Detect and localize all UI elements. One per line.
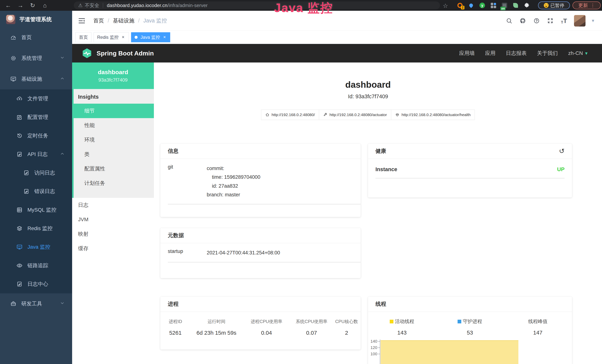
tab-home[interactable]: 首页 [75, 32, 91, 42]
sba-language-select[interactable]: zh-CN ▾ [568, 50, 588, 56]
sba-nav-wallboard[interactable]: 应用墙 [459, 50, 475, 57]
tab-redis-monitor[interactable]: Redis 监控 × [94, 32, 129, 42]
sidebar-item-dev-tools[interactable]: 研发工具 [0, 293, 72, 314]
breadcrumb-home[interactable]: 首页 [93, 17, 104, 24]
close-icon[interactable]: × [162, 35, 167, 40]
health-instance-row[interactable]: Instance UP [376, 166, 565, 178]
actuator-url-button[interactable]: http://192.168.0.2:48080/actuator [319, 110, 391, 120]
sidebar-item-label: 基础设施 [21, 75, 42, 83]
sba-item-classes[interactable]: 类 [74, 147, 154, 161]
font-size-icon[interactable]: TT [560, 17, 568, 24]
sba-language-value: zh-CN [568, 50, 583, 56]
cell-value: 2 [333, 330, 361, 336]
browser-reload-icon[interactable]: ↻ [29, 1, 37, 10]
sba-nav-applications[interactable]: 应用 [485, 50, 495, 57]
sba-item-caches[interactable]: 缓存 [72, 241, 154, 256]
browser-forward-icon[interactable]: → [16, 1, 24, 10]
row-divider [168, 204, 361, 204]
address-bar[interactable]: ⚠ 不安全 dashboard.yudao.iocoder.cn/infra/a… [74, 1, 440, 9]
hamburger-icon[interactable] [78, 17, 86, 24]
extensions-puzzle-icon[interactable] [524, 2, 530, 8]
breadcrumb-current: Java 监控 [143, 17, 167, 24]
tags-view-bar: 首页 Redis 监控 × Java 监控 × [72, 31, 602, 44]
sidebar-item-log-center[interactable]: 日志中心 [0, 275, 72, 293]
ext-pin-icon[interactable] [468, 2, 474, 8]
process-col-sys-cpu: 系统CPU使用率 0.07 [290, 319, 333, 336]
sba-item-label: 性能 [84, 122, 95, 129]
sba-item-scheduled-tasks[interactable]: 计划任务 [74, 176, 154, 191]
browser-update-button[interactable]: 更新 ⋮ [572, 1, 601, 9]
sidebar-item-infrastructure[interactable]: 基础设施 [0, 69, 72, 89]
sba-item-environment[interactable]: 环境 [74, 133, 154, 147]
github-icon[interactable] [519, 17, 527, 24]
sidebar-item-api-logs[interactable]: API 日志 [0, 145, 72, 163]
sba-item-logs[interactable]: 日志 [72, 198, 154, 212]
ext-green-circle-icon[interactable]: y [479, 2, 485, 8]
breadcrumb-infrastructure[interactable]: 基础设施 [113, 17, 134, 24]
browser-menu-icon[interactable]: ⋮ [591, 3, 595, 8]
sba-brand-title[interactable]: Spring Boot Admin [97, 50, 154, 57]
sidebar-item-java-monitor[interactable]: Java 监控 [0, 238, 72, 256]
instance-name: dashboard [98, 69, 128, 76]
app-logo-row[interactable]: 芋道管理系统 [0, 11, 72, 27]
insights-section-title: Insights [74, 89, 154, 104]
sba-nav-journal[interactable]: 日志报表 [506, 50, 527, 57]
info-row-value: commit: time: 1596289704000 id: 27aa832 … [207, 164, 260, 199]
search-icon[interactable] [505, 17, 513, 24]
url-path: /infra/admin-server [167, 3, 208, 8]
fullscreen-icon[interactable] [547, 17, 554, 24]
service-url: http://192.168.0.2:48080/ [272, 113, 315, 117]
sba-item-config-props[interactable]: 配置属性 [74, 161, 154, 176]
profile-paused-pill[interactable]: 已暂停 [538, 1, 570, 9]
spring-boot-admin-logo [81, 48, 93, 59]
sidebar-item-home[interactable]: 首页 [0, 27, 72, 48]
column-header: 运行时间 [190, 319, 243, 324]
sidebar-item-trace[interactable]: 链路追踪 [0, 256, 72, 275]
sba-item-jvm[interactable]: JVM [72, 212, 154, 227]
sba-item-label: 环境 [84, 136, 95, 143]
sidebar-item-redis-monitor[interactable]: Redis 监控 [0, 219, 72, 238]
y-tick: 140 [370, 339, 377, 344]
avatar-caret-icon[interactable]: ▾ [592, 18, 594, 23]
sba-nav: 应用墙 应用 日志报表 关于我们 zh-CN ▾ [459, 50, 602, 57]
gear-icon [10, 55, 17, 61]
ext-dark-on-icon[interactable]: on [502, 2, 507, 8]
sba-item-label: 日志 [78, 202, 88, 209]
sidebar-item-mysql-monitor[interactable]: MySQL 监控 [0, 201, 72, 219]
sidebar-item-file-management[interactable]: 文件管理 [0, 89, 72, 108]
process-card-title: 进程 [168, 300, 179, 308]
health-row-label: Instance [376, 166, 397, 172]
instance-header[interactable]: dashboard 93a3fc7f7409 [72, 63, 154, 89]
user-avatar[interactable] [574, 15, 585, 27]
sba-nav-about[interactable]: 关于我们 [537, 50, 558, 57]
sba-item-mappings[interactable]: 映射 [72, 227, 154, 241]
tab-java-monitor[interactable]: Java 监控 × [131, 32, 170, 42]
sidebar-item-access-logs[interactable]: 访问日志 [0, 163, 72, 182]
close-icon[interactable]: × [121, 35, 125, 40]
sidebar-item-config-management[interactable]: 配置管理 [0, 108, 72, 127]
legend-live-threads: 活动线程 143 [368, 318, 436, 336]
sba-item-details[interactable]: 细节 [72, 104, 154, 118]
ext-grid-icon[interactable] [490, 2, 496, 8]
url-host: dashboard.yudao.iocoder.cn [107, 3, 167, 8]
sidebar-item-label: 链路追踪 [27, 262, 48, 269]
live-threads-area-series [381, 340, 518, 364]
document-edit-icon [16, 151, 23, 157]
sba-item-label: 计划任务 [84, 180, 105, 187]
help-icon[interactable] [533, 17, 540, 24]
ext-leaf-icon[interactable] [513, 2, 519, 8]
sidebar-item-scheduled-tasks[interactable]: 定时任务 [0, 127, 72, 145]
history-icon[interactable]: ↺ [559, 148, 565, 154]
sidebar-item-system[interactable]: 系统管理 [0, 48, 72, 69]
browser-back-icon[interactable]: ← [4, 1, 12, 10]
ext-orange-icon[interactable]: 1 [457, 2, 463, 8]
bookmark-star-icon[interactable]: ☆ [443, 2, 448, 9]
row-divider [168, 262, 361, 262]
sidebar-submenu-infrastructure: 文件管理 配置管理 定时任务 API 日志 访 [0, 89, 72, 293]
sidebar-item-error-logs[interactable]: 错误日志 [0, 182, 72, 201]
service-url-button[interactable]: http://192.168.0.2:48080/ [261, 110, 319, 120]
browser-home-icon[interactable]: ⌂ [41, 1, 49, 10]
sba-item-metrics[interactable]: 性能 [74, 118, 154, 133]
health-card: 健康 ↺ Instance UP [368, 144, 572, 197]
health-url-button[interactable]: http://192.168.0.2:48080/actuator/health [391, 110, 475, 120]
